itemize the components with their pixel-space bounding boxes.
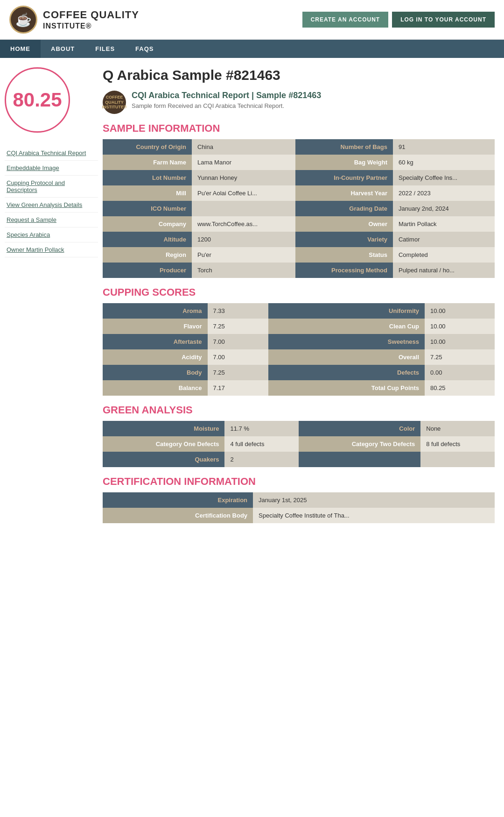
table-row: Aroma 7.33 Uniformity 10.00 xyxy=(103,303,495,319)
sidebar-link-species[interactable]: Species Arabica xyxy=(5,227,98,242)
sidebar-link-cupping[interactable]: Cupping Protocol and Descriptors xyxy=(5,176,98,198)
value-harvest: 2022 / 2023 xyxy=(393,185,495,201)
value-quakers: 2 xyxy=(224,452,299,467)
value-producer: Torch xyxy=(192,263,295,278)
nav-files[interactable]: Files xyxy=(85,40,125,58)
value-bags: 91 xyxy=(393,139,495,155)
header: ☕ Coffee Quality Institute® Create an Ac… xyxy=(0,0,504,40)
label-defects: Defects xyxy=(268,365,425,380)
sidebar-link-owner[interactable]: Owner Martin Pollack xyxy=(5,242,98,257)
value-empty xyxy=(420,452,495,467)
label-overall: Overall xyxy=(268,349,425,365)
value-ico xyxy=(192,201,295,216)
value-expiration: January 1st, 2025 xyxy=(253,492,495,508)
value-balance: 7.17 xyxy=(208,380,269,396)
table-row: Farm Name Lama Manor Bag Weight 60 kg xyxy=(103,155,495,170)
nav-about[interactable]: About xyxy=(41,40,85,58)
report-title-area: CQI Arabica Technical Report | Sample #8… xyxy=(132,91,321,109)
table-row: Balance 7.17 Total Cup Points 80.25 xyxy=(103,380,495,396)
login-button[interactable]: Log In to Your Account xyxy=(392,12,495,28)
label-body: Body xyxy=(103,365,208,380)
label-grading: Grading Date xyxy=(295,201,393,216)
label-quakers: Quakers xyxy=(103,452,224,467)
value-mill: Pu'er Aolai Coffee Li... xyxy=(192,185,295,201)
label-processing: Processing Method xyxy=(295,263,393,278)
nav-faqs[interactable]: FAQs xyxy=(125,40,164,58)
value-country: China xyxy=(192,139,295,155)
report-subtitle: Sample form Received an CQI Arabica Tech… xyxy=(132,102,321,109)
label-cat2: Category Two Defects xyxy=(299,436,420,452)
table-row: Mill Pu'er Aolai Coffee Li... Harvest Ye… xyxy=(103,185,495,201)
report-title: CQI Arabica Technical Report | Sample #8… xyxy=(132,91,321,100)
table-row: Body 7.25 Defects 0.00 xyxy=(103,365,495,380)
content-area: Q Arabica Sample #821463 COFFEEQUALITYIN… xyxy=(98,67,495,528)
label-ico: ICO Number xyxy=(103,201,192,216)
logo-area: ☕ Coffee Quality Institute® xyxy=(9,6,139,34)
label-aftertaste: Aftertaste xyxy=(103,334,208,349)
value-sweetness: 10.00 xyxy=(425,334,495,349)
label-balance: Balance xyxy=(103,380,208,396)
sample-info-title: Sample Information xyxy=(103,122,495,135)
sidebar-link-report[interactable]: CQI Arabica Technical Report xyxy=(5,146,98,161)
cert-info-title: Certification Information xyxy=(103,476,495,488)
green-analysis-table: Moisture 11.7 % Color None Category One … xyxy=(103,421,495,467)
label-bagweight: Bag Weight xyxy=(295,155,393,170)
table-row: Category One Defects 4 full defects Cate… xyxy=(103,436,495,452)
value-cleancup: 10.00 xyxy=(425,319,495,334)
value-partner: Specialty Coffee Ins... xyxy=(393,170,495,185)
value-farm: Lama Manor xyxy=(192,155,295,170)
page-title: Q Arabica Sample #821463 xyxy=(103,67,495,83)
label-sweetness: Sweetness xyxy=(268,334,425,349)
table-row: Certification Body Specialty Coffee Inst… xyxy=(103,508,495,523)
table-row: Region Pu'er Status Completed xyxy=(103,247,495,263)
nav-home[interactable]: Home xyxy=(0,40,41,58)
table-row: Country of Origin China Number of Bags 9… xyxy=(103,139,495,155)
label-total: Total Cup Points xyxy=(268,380,425,396)
table-row: Altitude 1200 Variety Catimor xyxy=(103,232,495,247)
label-harvest: Harvest Year xyxy=(295,185,393,201)
label-cat1: Category One Defects xyxy=(103,436,224,452)
cert-table: Expiration January 1st, 2025 Certificati… xyxy=(103,492,495,523)
main-nav: Home About Files FAQs xyxy=(0,40,504,58)
sidebar-links: CQI Arabica Technical Report Embeddable … xyxy=(5,146,98,257)
table-row: Moisture 11.7 % Color None xyxy=(103,421,495,436)
label-uniformity: Uniformity xyxy=(268,303,425,319)
value-company: www.TorchCoffee.as... xyxy=(192,216,295,232)
value-processing: Pulped natural / ho... xyxy=(393,263,495,278)
sidebar-link-green[interactable]: View Green Analysis Details xyxy=(5,198,98,213)
green-analysis-title: Green Analysis xyxy=(103,404,495,416)
main-content: 80.25 CQI Arabica Technical Report Embed… xyxy=(0,58,504,537)
value-aroma: 7.33 xyxy=(208,303,269,319)
value-lot: Yunnan Honey xyxy=(192,170,295,185)
value-bagweight: 60 kg xyxy=(393,155,495,170)
value-total: 80.25 xyxy=(425,380,495,396)
label-altitude: Altitude xyxy=(103,232,192,247)
value-color: None xyxy=(420,421,495,436)
value-grading: January 2nd, 2024 xyxy=(393,201,495,216)
value-altitude: 1200 xyxy=(192,232,295,247)
table-row: Expiration January 1st, 2025 xyxy=(103,492,495,508)
cupping-scores-table: Aroma 7.33 Uniformity 10.00 Flavor 7.25 … xyxy=(103,303,495,396)
label-country: Country of Origin xyxy=(103,139,192,155)
label-flavor: Flavor xyxy=(103,319,208,334)
table-row: Quakers 2 xyxy=(103,452,495,467)
label-company: Company xyxy=(103,216,192,232)
value-owner: Martin Pollack xyxy=(393,216,495,232)
sidebar-link-embed[interactable]: Embeddable Image xyxy=(5,161,98,176)
label-region: Region xyxy=(103,247,192,263)
brand-line1: Coffee Quality xyxy=(43,9,139,21)
logo-icon: ☕ xyxy=(9,6,37,34)
label-status: Status xyxy=(295,247,393,263)
value-variety: Catimor xyxy=(393,232,495,247)
value-moisture: 11.7 % xyxy=(224,421,299,436)
label-certbody: Certification Body xyxy=(103,508,253,523)
table-row: Producer Torch Processing Method Pulped … xyxy=(103,263,495,278)
value-uniformity: 10.00 xyxy=(425,303,495,319)
create-account-button[interactable]: Create an Account xyxy=(302,12,389,28)
table-row: Flavor 7.25 Clean Cup 10.00 xyxy=(103,319,495,334)
value-overall: 7.25 xyxy=(425,349,495,365)
label-bags: Number of Bags xyxy=(295,139,393,155)
label-acidity: Acidity xyxy=(103,349,208,365)
label-farm: Farm Name xyxy=(103,155,192,170)
sidebar-link-sample[interactable]: Request a Sample xyxy=(5,213,98,227)
